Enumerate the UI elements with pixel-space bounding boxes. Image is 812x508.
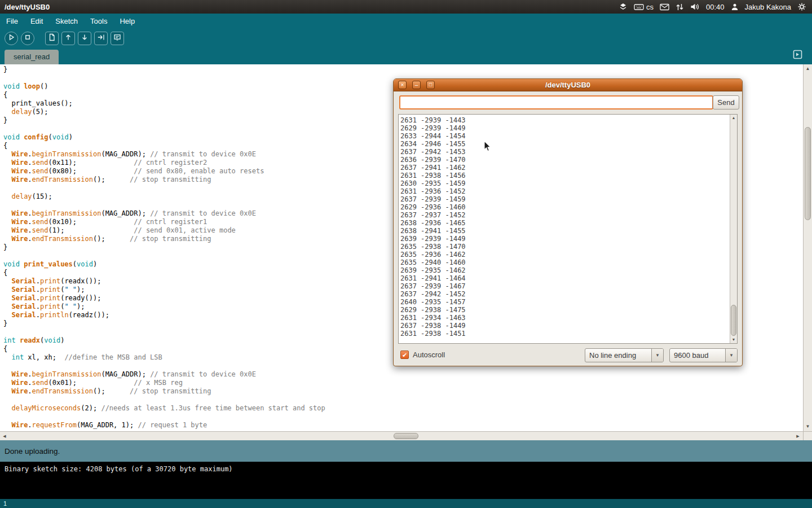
clock[interactable]: 00:40 — [706, 3, 725, 11]
send-button[interactable]: Send — [713, 95, 739, 110]
upload-button[interactable] — [94, 32, 108, 45]
tab-menu-icon — [793, 50, 802, 62]
save-button[interactable] — [78, 32, 91, 45]
console-output: Binary sketch size: 4208 bytes (of a 307… — [0, 462, 812, 499]
user-name[interactable]: Jakub Kakona — [745, 3, 791, 11]
menu-bar: File Edit Sketch Tools Help — [0, 14, 812, 29]
new-sketch-button[interactable] — [45, 32, 59, 45]
verify-icon — [7, 33, 15, 43]
verify-button[interactable] — [5, 32, 18, 45]
menu-tools[interactable]: Tools — [84, 14, 113, 29]
tab-strip: serial_read — [0, 47, 812, 64]
upload-icon — [97, 33, 105, 43]
chevron-down-icon: ▾ — [651, 349, 663, 362]
maximize-icon[interactable]: □ — [426, 81, 435, 89]
vertical-scrollbar-thumb[interactable] — [805, 127, 811, 220]
serial-scroll-down-icon[interactable]: ▼ — [730, 336, 737, 343]
scroll-left-icon[interactable]: ◀ — [0, 432, 9, 440]
stop-button[interactable] — [21, 32, 34, 45]
menu-edit[interactable]: Edit — [24, 14, 49, 29]
arrow-down-icon — [81, 33, 89, 43]
menu-help[interactable]: Help — [113, 14, 141, 29]
keyboard-layout-label: cs — [646, 3, 654, 11]
console-text: Binary sketch size: 4208 bytes (of a 307… — [5, 465, 233, 473]
minimize-icon[interactable]: – — [412, 81, 421, 89]
open-button[interactable] — [61, 32, 75, 45]
stop-icon — [24, 33, 32, 43]
volume-icon[interactable] — [690, 3, 700, 11]
user-icon — [731, 3, 739, 11]
serial-scrollbar[interactable]: ▲ ▼ — [730, 115, 737, 343]
line-ending-select[interactable]: No line ending ▾ — [585, 348, 664, 362]
serial-input[interactable] — [399, 95, 713, 110]
top-panel: /dev/ttyUSB0 cs 00:40 Jakub Kakona — [0, 0, 812, 14]
serial-monitor-titlebar[interactable]: × – □ /dev/ttyUSB0 — [394, 79, 742, 91]
tab-menu-button[interactable] — [793, 51, 802, 60]
tab-serial-read[interactable]: serial_read — [5, 50, 59, 64]
scroll-up-icon[interactable]: ▲ — [804, 65, 812, 73]
editor-horizontal-scrollbar[interactable]: ◀ ▶ — [0, 431, 812, 440]
line-number-bar: 1 — [0, 499, 812, 508]
autoscroll-checkbox[interactable]: ✔ — [400, 351, 409, 359]
serial-output-area[interactable]: 2631 -2939 -14432629 -2939 -14492633 -29… — [398, 114, 738, 344]
serial-scrollbar-thumb[interactable] — [731, 305, 736, 336]
scroll-down-icon[interactable]: ▼ — [804, 423, 812, 431]
serial-monitor-title: /dev/ttyUSB0 — [394, 79, 742, 91]
scrollbar-corner — [803, 432, 812, 440]
status-message: Done uploading. — [5, 447, 60, 456]
mail-icon[interactable] — [660, 3, 669, 11]
chevron-down-icon: ▾ — [725, 349, 737, 362]
menu-sketch[interactable]: Sketch — [49, 14, 84, 29]
keyboard-indicator[interactable]: cs — [634, 3, 654, 11]
keyboard-icon — [634, 3, 644, 11]
status-bar: Done uploading. — [0, 440, 812, 462]
close-icon[interactable]: × — [398, 81, 407, 89]
line-number: 1 — [3, 500, 7, 507]
system-tray: cs 00:40 Jakub Kakona — [619, 2, 812, 11]
dropbox-icon[interactable] — [619, 2, 628, 11]
toolbar — [0, 29, 812, 47]
autoscroll-label: Autoscroll — [413, 351, 445, 359]
serial-monitor-icon — [113, 33, 121, 43]
serial-scroll-up-icon[interactable]: ▲ — [730, 115, 737, 121]
horizontal-scrollbar-thumb[interactable] — [394, 433, 418, 439]
network-sync-icon[interactable] — [676, 3, 684, 11]
scroll-right-icon[interactable]: ▶ — [793, 432, 802, 440]
baud-rate-select[interactable]: 9600 baud ▾ — [669, 348, 738, 362]
baud-rate-value: 9600 baud — [670, 349, 725, 362]
serial-monitor-window: × – □ /dev/ttyUSB0 Send 2631 -2939 -1443… — [393, 78, 743, 366]
editor-vertical-scrollbar[interactable]: ▲ ▼ — [803, 64, 812, 431]
active-window-title: /dev/ttyUSB0 — [0, 3, 50, 11]
gear-icon[interactable] — [797, 2, 806, 11]
arrow-up-icon — [64, 33, 72, 43]
new-sketch-icon — [48, 33, 56, 43]
serial-monitor-button[interactable] — [111, 32, 124, 45]
line-ending-value: No line ending — [585, 349, 651, 362]
menu-file[interactable]: File — [0, 14, 24, 29]
serial-output: 2631 -2939 -14432629 -2939 -14492633 -29… — [400, 116, 729, 343]
